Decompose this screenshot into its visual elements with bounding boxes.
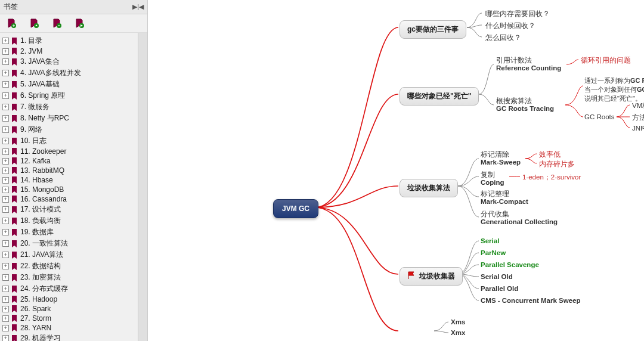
leaf[interactable]: 方法区中的静态引用	[632, 113, 644, 122]
bookmark-item[interactable]: + 21. JAVA算法	[0, 249, 138, 261]
leaf[interactable]: 复制	[481, 170, 495, 179]
expand-icon[interactable]: +	[2, 263, 9, 269]
bookmark-item[interactable]: + 2. JVM	[0, 46, 138, 56]
expand-icon[interactable]: +	[2, 81, 9, 88]
expand-icon[interactable]: +	[2, 92, 9, 99]
expand-icon[interactable]: +	[2, 196, 9, 203]
collector-leaf[interactable]: Parallel Old	[481, 285, 518, 292]
mindmap-canvas[interactable]: JVM GC gc要做的三件事 哪些内存需要回收？ 什么时候回收？ 怎么回收？ …	[148, 0, 644, 341]
leaf[interactable]: 什么时候回收？	[485, 21, 535, 30]
collector-leaf[interactable]: ParNew	[481, 249, 506, 256]
branch-gc-three-things[interactable]: gc要做的三件事	[400, 20, 466, 39]
bookmark-item[interactable]: + 23. 加密算法	[0, 272, 138, 283]
bookmark-item[interactable]: + 24. 分布式缓存	[0, 283, 138, 294]
expand-icon[interactable]: +	[2, 138, 9, 144]
bookmark-item[interactable]: + 5. JAVA基础	[0, 79, 138, 90]
leaf[interactable]: 标记清除	[481, 150, 509, 159]
toolbar-btn-3[interactable]	[51, 18, 62, 29]
expand-icon[interactable]: +	[2, 335, 9, 341]
bookmark-item[interactable]: + 13. RabbitMQ	[0, 166, 138, 175]
leaf[interactable]: Generational Collecting	[481, 218, 558, 225]
leaf[interactable]: Mark-Sweep	[481, 159, 521, 166]
bookmark-item[interactable]: + 10. 日志	[0, 135, 138, 147]
sidebar-collapse-icon[interactable]: ▶|◀	[132, 3, 144, 11]
bookmark-item[interactable]: + 8. Netty 与RPC	[0, 113, 138, 124]
bookmark-item[interactable]: + 6. Spring 原理	[0, 90, 138, 101]
leaf[interactable]: 根搜索算法	[496, 97, 532, 106]
branch-dead-objects[interactable]: 哪些对象已经"死亡"	[400, 87, 479, 106]
bookmark-item[interactable]: + 15. MongoDB	[0, 185, 138, 194]
branch-collectors[interactable]: 垃圾收集器	[400, 267, 463, 286]
bookmark-item[interactable]: + 3. JAVA集合	[0, 56, 138, 67]
expand-icon[interactable]: +	[2, 206, 9, 213]
sidebar-scrollbar[interactable]	[138, 33, 147, 341]
bookmark-item[interactable]: + 26. Spark	[0, 304, 138, 314]
gc-roots-desc[interactable]: 通过一系列称为GC Roots的点作为起点，向下搜索。 当一个对象到任何GC R…	[584, 76, 644, 103]
bookmark-item[interactable]: + 12. Kafka	[0, 156, 138, 166]
leaf[interactable]: Coping	[481, 179, 504, 186]
expand-icon[interactable]: +	[2, 177, 9, 184]
expand-icon[interactable]: +	[2, 286, 9, 292]
bookmark-item[interactable]: + 9. 网络	[0, 124, 138, 135]
leaf[interactable]: JNI中的引用	[632, 124, 644, 133]
leaf[interactable]: Reference Counting	[496, 64, 561, 72]
expand-icon[interactable]: +	[2, 48, 9, 55]
leaf[interactable]: Mark-Compact	[481, 198, 528, 205]
leaf[interactable]: Xms	[451, 318, 465, 326]
expand-icon[interactable]: +	[2, 58, 9, 65]
toolbar-btn-1[interactable]	[6, 18, 17, 29]
collector-leaf[interactable]: Serial Old	[481, 273, 513, 280]
bookmark-item[interactable]: + 22. 数据结构	[0, 261, 138, 272]
leaf[interactable]: 引用计数法	[496, 56, 532, 65]
bookmark-item[interactable]: + 18. 负载均衡	[0, 215, 138, 227]
expand-icon[interactable]: +	[2, 240, 9, 247]
expand-icon[interactable]: +	[2, 306, 9, 312]
leaf[interactable]: 标记整理	[481, 190, 509, 199]
expand-icon[interactable]: +	[2, 126, 9, 133]
collector-leaf[interactable]: CMS - Concurrent Mark Sweep	[481, 297, 580, 304]
expand-icon[interactable]: +	[2, 296, 9, 303]
expand-icon[interactable]: +	[2, 252, 9, 258]
bookmark-item[interactable]: + 25. Hadoop	[0, 294, 138, 304]
bookmark-item[interactable]: + 19. 数据库	[0, 227, 138, 238]
bookmark-item[interactable]: + 29. 机器学习	[0, 333, 138, 341]
expand-icon[interactable]: +	[2, 315, 9, 322]
leaf[interactable]: 哪些内存需要回收？	[485, 10, 550, 18]
leaf[interactable]: 1-eden；2-survivor	[522, 173, 581, 182]
leaf[interactable]: GC Roots Tracing	[496, 105, 554, 112]
expand-icon[interactable]: +	[2, 38, 9, 44]
bookmark-item[interactable]: + 14. Hbase	[0, 175, 138, 185]
bookmark-item[interactable]: + 4. JAVA多线程并发	[0, 67, 138, 79]
leaf[interactable]: Xmx	[451, 329, 465, 336]
expand-icon[interactable]: +	[2, 218, 9, 224]
root-node[interactable]: JVM GC	[273, 199, 318, 218]
expand-icon[interactable]: +	[2, 158, 9, 165]
leaf[interactable]: VM栈中的引用	[632, 101, 644, 110]
toolbar-btn-2[interactable]	[29, 18, 39, 29]
collector-leaf[interactable]: Serial	[481, 237, 499, 244]
leaf[interactable]: GC Roots	[584, 113, 615, 120]
expand-icon[interactable]: +	[2, 187, 9, 193]
toolbar-btn-4[interactable]	[74, 18, 85, 29]
expand-icon[interactable]: +	[2, 70, 9, 76]
leaf[interactable]: 循环引用的问题	[581, 56, 631, 65]
bookmark-item[interactable]: + 17. 设计模式	[0, 204, 138, 215]
leaf[interactable]: 怎么回收？	[485, 33, 521, 42]
bookmark-item[interactable]: + 16. Cassandra	[0, 194, 138, 204]
bookmark-item[interactable]: + 20. 一致性算法	[0, 238, 138, 249]
collector-leaf[interactable]: Parallel Scavenge	[481, 261, 539, 268]
bookmark-item[interactable]: + 1. 目录	[0, 35, 138, 46]
expand-icon[interactable]: +	[2, 168, 9, 174]
expand-icon[interactable]: +	[2, 148, 9, 155]
bookmark-item[interactable]: + 11. Zookeeper	[0, 147, 138, 156]
bookmark-item[interactable]: + 27. Storm	[0, 314, 138, 323]
leaf[interactable]: 分代收集	[481, 210, 509, 219]
leaf[interactable]: 内存碎片多	[539, 160, 575, 169]
expand-icon[interactable]: +	[2, 104, 9, 110]
branch-gc-algorithms[interactable]: 垃圾收集算法	[400, 179, 458, 197]
expand-icon[interactable]: +	[2, 274, 9, 281]
bookmark-item[interactable]: + 7. 微服务	[0, 101, 138, 113]
expand-icon[interactable]: +	[2, 229, 9, 235]
bookmark-item[interactable]: + 28. YARN	[0, 323, 138, 333]
expand-icon[interactable]: +	[2, 325, 9, 331]
